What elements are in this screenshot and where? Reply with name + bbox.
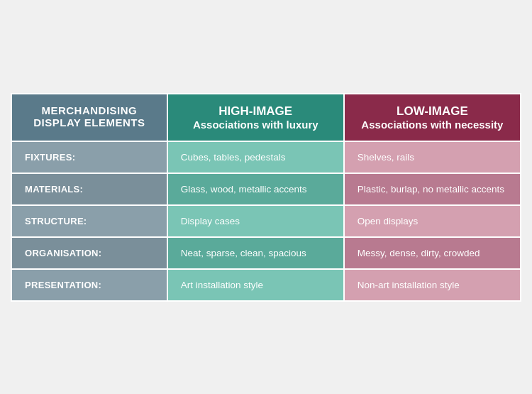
table-row: MATERIALS: Glass, wood, metallic accents… [11, 173, 521, 205]
row-label: STRUCTURE: [11, 205, 167, 237]
high-image-subtitle: Associations with luxury [193, 119, 318, 131]
high-image-cell: Display cases [167, 205, 344, 237]
low-image-title: LOW-IMAGE [358, 104, 507, 119]
header-col1: MERCHANDISING DISPLAY ELEMENTS [11, 94, 167, 141]
row-label: PRESENTATION: [11, 269, 167, 301]
table-row: PRESENTATION: Art installation style Non… [11, 269, 521, 301]
low-image-cell: Messy, dense, dirty, crowded [344, 237, 521, 269]
low-image-cell: Plastic, burlap, no metallic accents [344, 173, 521, 205]
main-table: MERCHANDISING DISPLAY ELEMENTS HIGH-IMAG… [11, 93, 521, 302]
low-image-cell: Non-art installation style [344, 269, 521, 301]
low-image-cell: Open displays [344, 205, 521, 237]
high-image-cell: Neat, sparse, clean, spacious [167, 237, 344, 269]
header-col3: LOW-IMAGE Associations with necessity [344, 94, 521, 141]
table-row: ORGANISATION: Neat, sparse, clean, spaci… [11, 237, 521, 269]
low-image-cell: Shelves, rails [344, 141, 521, 173]
low-image-subtitle: Associations with necessity [361, 119, 503, 131]
header-col2: HIGH-IMAGE Associations with luxury [167, 94, 344, 141]
row-label: MATERIALS: [11, 173, 167, 205]
high-image-cell: Art installation style [167, 269, 344, 301]
high-image-cell: Cubes, tables, pedestals [167, 141, 344, 173]
table-row: STRUCTURE: Display cases Open displays [11, 205, 521, 237]
high-image-cell: Glass, wood, metallic accents [167, 173, 344, 205]
row-label: ORGANISATION: [11, 237, 167, 269]
high-image-title: HIGH-IMAGE [181, 104, 331, 119]
table-row: FIXTURES: Cubes, tables, pedestals Shelv… [11, 141, 521, 173]
row-label: FIXTURES: [11, 141, 167, 173]
